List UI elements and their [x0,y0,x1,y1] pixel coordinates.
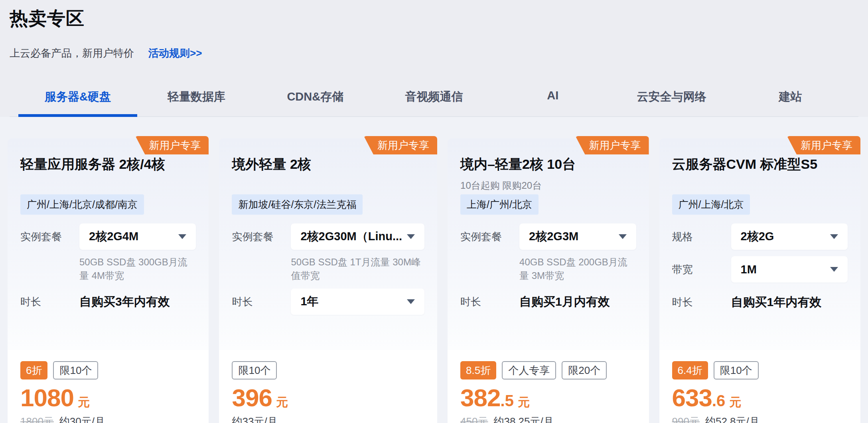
product-card-domestic-lighthouse-bulk: 新用户专享 境内–轻量2核 10台 10台起购 限购20台 上海/广州/北京 实… [448,138,649,423]
limit-badge: 限10个 [53,361,98,380]
new-user-ribbon: 新用户专享 [787,136,860,154]
price-integer: 1080 [20,384,74,411]
price: 1080 元 [20,384,196,411]
row-label: 带宽 [672,256,731,283]
card-price-section: 限10个 396 元 约33元/月 [219,350,437,423]
page-subtitle: 上云必备产品，新用户特价 [10,46,134,60]
instance-plan-select[interactable]: 2核2G30M（Linu... [291,223,424,250]
row-label: 时长 [672,289,731,315]
activity-rules-link[interactable]: 活动规则>> [148,46,202,60]
price: 382 .5 元 [460,384,636,411]
monthly-price: 约33元/月 [232,415,277,423]
bandwidth-select[interactable]: 1M [731,256,848,283]
chevron-down-icon [178,234,186,239]
price-unit: 元 [276,395,288,409]
chevron-down-icon [407,234,415,239]
spec-description: 50GB SSD盘 300GB月流量 4M带宽 [79,255,196,282]
category-tabbar: 服务器&硬盘 轻量数据库 CDN&存储 音视频通信 AI 云安全与网络 建站 [10,83,858,117]
row-label: 时长 [460,289,519,315]
tab-cdn-storage[interactable]: CDN&存储 [256,83,375,116]
page-header: 热卖专区 上云必备产品，新用户特价 活动规则>> 服务器&硬盘 轻量数据库 CD… [0,0,868,117]
ribbon-label: 新用户专享 [589,139,641,151]
spec-description: 40GB SSD盘 200GB月流量 3M带宽 [519,255,636,282]
chevron-down-icon [619,234,627,239]
duration-row: 时长 1年 [232,289,424,315]
card-price-section: 6折 限10个 1080 元 1800元 约30元/月 [8,350,209,423]
duration-row: 时长 自购买1月内有效 [460,289,636,315]
region-tag: 上海/广州/北京 [460,194,539,215]
select-value: 1年 [300,294,318,310]
instance-plan-select[interactable]: 2核2G3M [519,223,636,250]
instance-plan-select[interactable]: 2核2G4M [79,223,196,250]
new-user-ribbon: 新用户专享 [364,136,437,154]
card-spec-section: 境内–轻量2核 10台 10台起购 限购20台 上海/广州/北京 实例套餐 2核… [448,138,649,350]
row-label: 实例套餐 [460,223,519,250]
product-card-overseas-lighthouse: 新用户专享 境外轻量 2核 新加坡/硅谷/东京/法兰克福 实例套餐 2核2G30… [219,138,437,423]
tab-ai[interactable]: AI [493,83,612,116]
discount-badge: 8.5折 [460,361,496,380]
card-price-section: 8.5折 个人专享 限20个 382 .5 元 450元 约38.25元/月 [448,350,649,423]
duration-value: 自购买3年内有效 [79,289,196,315]
product-title: 境内–轻量2核 10台 [460,155,636,174]
limit-badge: 限10个 [232,361,277,380]
new-user-ribbon: 新用户专享 [576,136,649,154]
region-tag: 广州/上海/北京/成都/南京 [20,194,144,215]
duration-select[interactable]: 1年 [291,289,424,315]
monthly-price: 约52.8元/月 [705,415,760,423]
monthly-price: 约38.25元/月 [493,415,553,423]
select-value: 1M [741,263,757,276]
product-card-list: 新用户专享 轻量应用服务器 2核/4核 广州/上海/北京/成都/南京 实例套餐 … [0,117,868,423]
price-unit: 元 [729,395,741,409]
tab-security-network[interactable]: 云安全与网络 [612,83,731,116]
tab-lite-database[interactable]: 轻量数据库 [137,83,256,116]
price: 396 元 [232,384,424,411]
discount-badge: 6.4折 [672,361,708,380]
duration-value: 自购买1年内有效 [731,289,848,315]
price-integer: 382 [460,384,500,411]
product-title: 轻量应用服务器 2核/4核 [20,155,196,174]
spec-row: 实例套餐 2核2G4M 50GB SSD盘 300GB月流量 4M带宽 [20,223,196,282]
chevron-down-icon [407,299,415,304]
spec-description: 50GB SSD盘 1T月流量 30M峰值带宽 [291,255,424,282]
product-subtitle: 10台起购 限购20台 [460,179,636,192]
card-spec-section: 境外轻量 2核 新加坡/硅谷/东京/法兰克福 实例套餐 2核2G30M（Linu… [219,138,437,350]
page-subtitle-row: 上云必备产品，新用户特价 活动规则>> [10,46,858,60]
spec-row: 实例套餐 2核2G30M（Linu... 50GB SSD盘 1T月流量 30M… [232,223,424,282]
product-card-lighthouse: 新用户专享 轻量应用服务器 2核/4核 广州/上海/北京/成都/南京 实例套餐 … [8,138,209,423]
bandwidth-row: 带宽 1M [672,256,848,283]
card-price-section: 6.4折 限10个 633 .6 元 990元 约52.8元/月 [659,350,860,423]
monthly-price: 约30元/月 [59,415,105,423]
product-title: 境外轻量 2核 [232,155,424,174]
region-tag: 广州/上海/北京 [672,194,750,215]
discount-badge: 6折 [20,361,47,380]
price-integer: 396 [232,384,272,411]
row-label: 时长 [20,289,79,315]
duration-row: 时长 自购买1年内有效 [672,289,848,315]
spec-select[interactable]: 2核2G [731,223,848,250]
chevron-down-icon [830,267,838,272]
new-user-ribbon: 新用户专享 [135,136,209,154]
price-unit: 元 [518,395,530,409]
row-label: 时长 [232,289,291,315]
ribbon-label: 新用户专享 [149,139,201,151]
personal-badge: 个人专享 [502,361,556,380]
duration-value: 自购买1月内有效 [519,289,636,315]
select-value: 2核2G3M [529,229,578,245]
limit-badge: 限10个 [714,361,759,380]
tab-audio-video[interactable]: 音视频通信 [375,83,493,116]
price-unit: 元 [78,395,90,409]
card-spec-section: 轻量应用服务器 2核/4核 广州/上海/北京/成都/南京 实例套餐 2核2G4M… [8,138,209,350]
limit-badge: 限20个 [562,361,607,380]
tab-website[interactable]: 建站 [731,83,850,116]
select-value: 2核2G4M [89,229,138,245]
ribbon-label: 新用户专享 [377,139,429,151]
price: 633 .6 元 [672,384,848,411]
original-price: 1800元 [20,415,54,423]
spec-row: 实例套餐 2核2G3M 40GB SSD盘 200GB月流量 3M带宽 [460,223,636,282]
page-title: 热卖专区 [10,6,858,31]
tab-servers-disks[interactable]: 服务器&硬盘 [18,83,137,116]
price-decimal: .5 [501,392,514,409]
card-spec-section: 云服务器CVM 标准型S5 广州/上海/北京 规格 2核2G 带宽 [659,138,860,350]
price-integer: 633 [672,384,712,411]
row-label: 实例套餐 [232,223,291,250]
